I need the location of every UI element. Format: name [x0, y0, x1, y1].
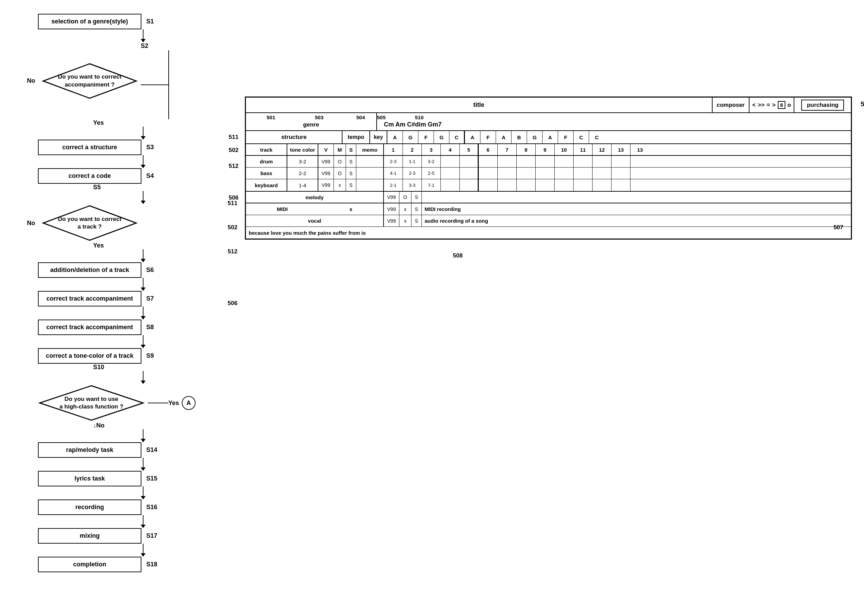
midi-s: S	[411, 203, 422, 215]
ch-1: G	[403, 131, 419, 143]
chord-headers: A G F G C A F A B G A F C C	[387, 131, 851, 143]
circle-a: A	[182, 396, 195, 410]
bass-tone: 2-2	[287, 168, 318, 179]
box-s4: correct a code	[38, 168, 142, 184]
ch-6: F	[480, 131, 496, 143]
fc-row-s8: correct track accompaniment S8	[17, 319, 217, 335]
purchasing-text: purchasing	[807, 102, 839, 108]
sn-2: 2	[403, 144, 422, 155]
vocal-name: vocal	[308, 218, 321, 224]
label-511-side: 511	[229, 134, 238, 141]
yes-s10-area: Yes A	[148, 396, 195, 410]
melody-text: melody	[305, 195, 324, 200]
arrow-s6-s7	[143, 278, 143, 288]
label-512-abs: 512	[228, 248, 237, 255]
midi-m: x	[400, 203, 411, 215]
melody-v: V99	[384, 192, 400, 203]
diamond-s10-text: Do you want to usea high-class function …	[59, 395, 123, 410]
purchasing-cell[interactable]: purchasing	[794, 97, 851, 112]
ctrl-o[interactable]: o	[787, 102, 791, 108]
ctrl-dbl-gt[interactable]: >>	[758, 102, 765, 108]
arrowhead-s9-s10	[141, 380, 146, 384]
structure-cell: structure	[246, 131, 343, 143]
label-s2-step: S2	[141, 42, 148, 50]
label-s4: S4	[146, 172, 154, 179]
sn-10: 10	[555, 144, 574, 155]
ch-12: C	[574, 131, 589, 143]
keyboard-row: keyboard 1-4 V99 x S 2-1 3-3 7-1	[246, 179, 851, 191]
arrowhead-s14-s15	[141, 467, 146, 471]
bass-row: bass 2-2 V99 O S 4-1 2-3 2-5	[246, 168, 851, 179]
label-s1: S1	[146, 18, 154, 25]
panel-row1: title composer < >> = > 8 o purchasing	[246, 97, 851, 113]
k-s9	[536, 179, 555, 191]
fc-row-s14: rap/melody task S14	[17, 442, 217, 458]
title-cell: title	[246, 97, 713, 112]
box-s15: lyrics task	[38, 471, 142, 486]
arrow-s15-s16	[143, 486, 143, 496]
box-s18: completion	[38, 557, 142, 572]
ctrl-eq[interactable]: =	[767, 102, 770, 108]
arrowhead-s6-s7	[141, 288, 146, 291]
ctrl-gt[interactable]: >	[772, 102, 776, 108]
vocal-row: vocal V99 x S audio recording of a song	[246, 215, 851, 227]
label-s8: S8	[146, 324, 154, 331]
ctrl-lt[interactable]: <	[752, 102, 756, 108]
b-s2: 2-3	[403, 168, 422, 179]
sn-13a: 13	[612, 144, 631, 155]
b-s7	[498, 168, 517, 179]
fc-row-s5: No Do you want to correcta track ?	[17, 204, 217, 242]
d-s9	[536, 156, 555, 167]
ch-11: F	[558, 131, 574, 143]
label-507-abs: 507	[834, 224, 843, 231]
arrowhead-s16-s17	[141, 525, 146, 528]
melody-row: 506 melody V99 O S	[246, 192, 851, 203]
genre-text: genre	[303, 121, 319, 128]
bass-m: O	[334, 168, 346, 179]
box-s7: correct track accompaniment	[38, 291, 142, 306]
k-s12	[593, 179, 612, 191]
keyboard-tone: 1-4	[287, 179, 318, 191]
arrow-s10-s14	[143, 429, 143, 439]
fc-row-s2: No Do you want to correctaccompaniment ?…	[17, 42, 217, 119]
purchasing-box[interactable]: purchasing	[801, 100, 844, 111]
no-line-s2	[141, 85, 168, 85]
sn-6: 6	[479, 144, 498, 155]
arrowhead-s17-s18	[141, 553, 146, 557]
box-s9: correct a tone-color of a track	[38, 348, 142, 364]
title-text: title	[473, 101, 484, 108]
sn-3: 3	[422, 144, 441, 155]
drum-memo	[356, 156, 384, 167]
ch-5: A	[465, 131, 480, 143]
d-s8	[517, 156, 536, 167]
keyboard-memo	[356, 179, 384, 191]
sn-11: 11	[574, 144, 593, 155]
s5-label-area: S5	[17, 184, 217, 191]
d-s12	[593, 156, 612, 167]
keyboard-name: keyboard	[246, 179, 287, 191]
k-s5	[460, 179, 479, 191]
d-s6	[479, 156, 498, 167]
drum-name: drum	[246, 156, 287, 167]
ctrl-8[interactable]: 8	[778, 101, 785, 109]
fc-row-s6: addition/deletion of a track S6	[17, 262, 217, 278]
arrowhead-s5-s6	[141, 259, 146, 262]
ch-13: C	[589, 131, 604, 143]
d-s7	[498, 156, 517, 167]
arrowhead-s1-s2	[141, 39, 146, 42]
label-s16: S16	[146, 504, 157, 511]
flowchart: selection of a genre(style) S1 No Do you…	[17, 14, 217, 572]
label-s17: S17	[146, 532, 157, 539]
d-s10	[555, 156, 574, 167]
arrow-s5-s6	[143, 249, 143, 259]
structure-text: structure	[281, 134, 307, 141]
d-s3: 3-2	[422, 156, 441, 167]
drum-s: S	[346, 156, 356, 167]
arrow-s14-s15	[143, 458, 143, 467]
d-s5	[460, 156, 479, 167]
drum-v: V99	[318, 156, 334, 167]
fc-row-s18: completion S18	[17, 557, 217, 572]
melody-name: melody	[246, 192, 384, 203]
tempo-cell: tempo	[343, 131, 370, 143]
diamond-s5: Do you want to correcta track ?	[41, 204, 138, 242]
